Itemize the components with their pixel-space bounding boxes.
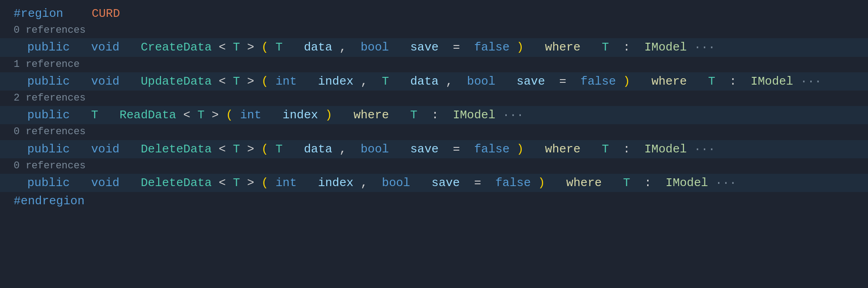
- code-line-delete-1: public void DeleteData < T > ( T data , …: [0, 140, 868, 158]
- line-region: #region CURD: [0, 5, 868, 23]
- reference-count-4: 0 references: [0, 124, 868, 140]
- ref-text: 1 reference: [14, 59, 80, 70]
- region-keyword: #region: [14, 7, 63, 20]
- reference-count-2: 1 reference: [0, 57, 868, 72]
- endregion-keyword: #endregion: [14, 194, 85, 208]
- code-line-read: public T ReadData < T > ( int index ) wh…: [0, 106, 868, 124]
- ref-text: 0 references: [14, 25, 85, 36]
- region-name: CURD: [92, 7, 120, 20]
- reference-count-1: 0 references: [0, 23, 868, 38]
- reference-count-5: 0 references: [0, 158, 868, 174]
- reference-count-3: 2 references: [0, 91, 868, 106]
- code-line-create: public void CreateData < T > ( T data , …: [0, 38, 868, 56]
- code-line-update: public void UpdateData < T > ( int index…: [0, 72, 868, 91]
- line-endregion: #endregion: [0, 192, 868, 210]
- code-line-delete-2: public void DeleteData < T > ( int index…: [0, 174, 868, 192]
- ref-text: 2 references: [14, 92, 85, 104]
- ref-text: 0 references: [14, 160, 85, 172]
- ref-text: 0 references: [14, 126, 85, 137]
- code-editor: #region CURD 0 references public void Cr…: [0, 0, 868, 288]
